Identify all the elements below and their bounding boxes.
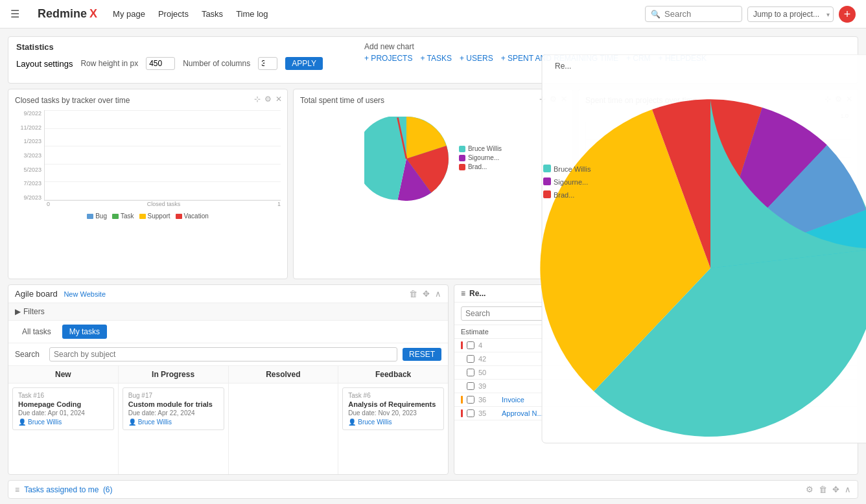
chart3-move-icon[interactable]: ⊹ <box>825 95 831 104</box>
task-17-user-icon: 👤 <box>128 418 136 426</box>
x-axis-start: 0 <box>47 201 50 207</box>
add-tasks-link[interactable]: + TASKS <box>420 54 452 63</box>
add-chart-section: Add new chart + PROJECTS + TASKS + USERS… <box>364 42 707 63</box>
right-panel-header: ≡ Re... <box>454 285 858 303</box>
footer-settings-icon[interactable]: ⚙ <box>806 485 813 494</box>
kanban-col-feedback-header: Feedback <box>338 366 448 384</box>
chart1-delete-icon[interactable]: ✕ <box>275 95 282 104</box>
kanban-col-feedback: Feedback Task #6 Analysis of Requirement… <box>338 366 448 474</box>
search-input[interactable] <box>664 9 736 19</box>
right-panel: ≡ Re... Estimate 4 42 <box>454 284 858 475</box>
pie-chart-wrapper: Bruce Willis Sigourne... Brad... <box>300 110 566 207</box>
pie-legend-sig-dot <box>459 155 465 161</box>
y-label-0: 9/2022 <box>15 110 41 117</box>
row-checkbox[interactable] <box>467 355 474 363</box>
chart3-settings-icon[interactable]: ⚙ <box>835 95 842 104</box>
layout-settings: Layout settings Row height in px Number … <box>16 57 323 70</box>
table-row: 39 <box>454 380 858 393</box>
task-17-user: 👤 Bruce Willis <box>128 418 218 426</box>
legend-vacation: Vacation <box>176 212 209 220</box>
reset-button[interactable]: RESET <box>403 348 441 361</box>
nav-mypage[interactable]: My page <box>113 9 145 19</box>
agile-delete-icon[interactable]: 🗑 <box>409 289 417 299</box>
legend-bug-dot <box>87 214 93 219</box>
agile-project-link[interactable]: New Website <box>64 290 106 298</box>
add-spent-time-link[interactable]: + SPENT AND REMAINING TIME <box>501 54 618 63</box>
kanban-col-resolved-header: Resolved <box>229 366 338 384</box>
right-panel-list: 4 42 50 39 <box>454 339 858 474</box>
task-16-user-name: Bruce Willis <box>28 418 62 426</box>
agile-search-input[interactable] <box>49 347 397 361</box>
row-id: 36 <box>478 396 498 404</box>
pie-legend-sig: Sigourne... <box>459 154 502 161</box>
pie-legend-sig-label: Sigourne... <box>468 154 499 161</box>
row-link[interactable]: Invoice <box>502 396 524 404</box>
footer-collapse-icon[interactable]: ∧ <box>845 485 851 494</box>
tasks-tabs: All tasks My tasks <box>8 321 448 343</box>
legend-bug: Bug <box>87 212 107 220</box>
row-indicator-red <box>461 409 463 417</box>
row-link[interactable]: Approval N... <box>502 409 543 417</box>
add-users-link[interactable]: + USERS <box>460 54 493 63</box>
chart1-settings-icon[interactable]: ⚙ <box>264 95 272 104</box>
search-icon: 🔍 <box>651 10 661 19</box>
chart3-delete-icon[interactable]: ✕ <box>846 95 852 104</box>
add-chart-label: Add new chart <box>364 42 707 51</box>
agile-title: Agile board New Website <box>15 289 106 299</box>
row-checkbox[interactable] <box>467 409 474 417</box>
chart2-settings-icon[interactable]: ⚙ <box>550 95 557 104</box>
agile-header-icons: 🗑 ✥ ∧ <box>409 289 441 299</box>
tasks-footer-icon: ≡ <box>15 485 19 494</box>
chart3-title: Spent time on projects over time <box>585 96 851 105</box>
apply-button[interactable]: APPLY <box>285 57 323 70</box>
menu-icon[interactable]: ☰ <box>10 8 19 20</box>
right-panel-title: Re... <box>469 289 486 298</box>
chart3-y-max: 1.0 <box>585 110 848 122</box>
search-box: 🔍 <box>645 6 742 22</box>
table-row: 36 Invoice <box>454 393 858 407</box>
row-checkbox[interactable] <box>467 341 474 349</box>
chart-projects-time: Spent time on projects over time ⊹ ⚙ ✕ 1… <box>578 89 858 279</box>
jump-wrapper: Jump to a project... <box>747 6 834 22</box>
nav-timelog[interactable]: Time log <box>236 9 268 19</box>
filters-row: ▶ Filters <box>8 303 448 321</box>
nav-projects[interactable]: Projects <box>158 9 189 19</box>
tab-my-tasks[interactable]: My tasks <box>62 325 107 339</box>
y-label-2: 1/2023 <box>15 138 41 144</box>
footer-delete-icon[interactable]: 🗑 <box>819 485 827 494</box>
filters-toggle[interactable]: ▶ Filters <box>15 307 45 316</box>
row-checkbox[interactable] <box>467 396 474 404</box>
row-height-input[interactable] <box>146 57 175 70</box>
columns-input[interactable] <box>258 57 277 70</box>
right-panel-search-input[interactable] <box>461 306 851 321</box>
agile-collapse-icon[interactable]: ∧ <box>435 289 441 299</box>
agile-move-icon[interactable]: ✥ <box>423 289 430 299</box>
add-button[interactable]: + <box>839 6 856 23</box>
tab-all-tasks[interactable]: All tasks <box>15 325 58 339</box>
logo: RedmineX <box>38 7 97 21</box>
row-id: 39 <box>478 382 498 390</box>
chart2-move-icon[interactable]: ⊹ <box>539 95 546 104</box>
nav-tasks[interactable]: Tasks <box>202 9 223 19</box>
chart2-title: Total spent time of users <box>300 96 566 105</box>
jump-select[interactable]: Jump to a project... <box>747 6 834 22</box>
pie-legend-brad-dot <box>459 164 465 170</box>
chart1-move-icon[interactable]: ⊹ <box>254 95 261 104</box>
row-checkbox[interactable] <box>467 382 474 390</box>
tasks-footer-link[interactable]: Tasks assigned to me (6) <box>24 485 112 494</box>
footer-move-icon[interactable]: ✥ <box>832 485 839 494</box>
kanban-col-resolved-body <box>229 384 338 474</box>
chart2-delete-icon[interactable]: ✕ <box>561 95 567 104</box>
pie-legend-bruce-label: Bruce Willis <box>468 145 502 152</box>
task-16-user: 👤 Bruce Willis <box>18 418 108 426</box>
agile-header: Agile board New Website 🗑 ✥ ∧ <box>8 285 448 303</box>
kanban-col-inprogress-header: In Progress <box>119 366 228 384</box>
charts-row: Closed tasks by tracker over time ⊹ ⚙ ✕ … <box>8 89 858 279</box>
add-crm-link[interactable]: + CRM <box>626 54 651 63</box>
row-checkbox[interactable] <box>467 369 474 376</box>
add-projects-link[interactable]: + PROJECTS <box>364 54 412 63</box>
add-helpdesk-link[interactable]: + HELPDESK <box>659 54 707 63</box>
x-axis-label: Closed tasks <box>147 201 181 207</box>
kanban-col-resolved: Resolved <box>229 366 339 474</box>
legend-task-dot <box>112 214 119 219</box>
